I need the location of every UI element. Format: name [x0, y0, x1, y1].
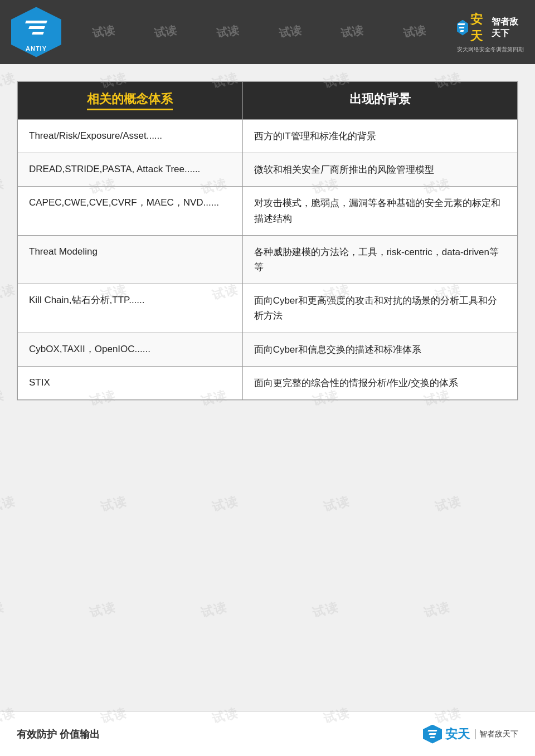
watermark: 试读 — [422, 598, 452, 621]
background-cell: 各种威胁建模的方法论，工具，risk-centric，data-driven等等 — [242, 235, 517, 284]
main-content: 相关的概念体系 出现的背景 Threat/Risk/Exposure/Asset… — [17, 81, 518, 401]
footer-line-3 — [430, 737, 435, 738]
background-cell: 西方的IT管理和标准化的背景 — [242, 120, 517, 153]
footer-slogan: 有效防护 价值输出 — [17, 728, 100, 741]
watermark: 试读 — [210, 492, 240, 515]
concept-cell: CAPEC,CWE,CVE,CVRF，MAEC，NVD...... — [18, 187, 243, 235]
content-table: 相关的概念体系 出现的背景 Threat/Risk/Exposure/Asset… — [17, 81, 518, 400]
watermark: 试读 — [199, 598, 229, 621]
background-cell: 面向更完整的综合性的情报分析/作业/交换的体系 — [242, 366, 517, 399]
watermark: 试读 — [322, 492, 352, 515]
mini-line-3 — [460, 30, 464, 32]
concept-cell: DREAD,STRIDE,PASTA, Attack Tree...... — [18, 153, 243, 187]
footer-line-2 — [429, 733, 436, 735]
watermark: 试读 — [0, 598, 6, 621]
col2-header-text: 出现的背景 — [349, 92, 411, 106]
logo-line-2 — [28, 26, 45, 29]
footer-line-1 — [427, 730, 437, 731]
watermark: 试读 — [0, 387, 6, 409]
header-watermarks: 试读 试读 试读 试读 试读 试读 — [61, 25, 457, 40]
col1-header: 相关的概念体系 — [18, 82, 243, 120]
table-row: Kill Chain,钻石分析,TTP......面向Cyber和更高强度的攻击… — [18, 284, 518, 333]
watermark: 试读 — [310, 598, 341, 621]
right-logo-container: 安天 智者敌天下 — [457, 11, 524, 45]
logo-line-3 — [32, 32, 44, 35]
mini-hex-logo — [457, 20, 468, 36]
watermark: 试读 — [87, 598, 118, 621]
antiy-label: ANTIY — [26, 45, 47, 52]
table-row: DREAD,STRIDE,PASTA, Attack Tree......微软和… — [18, 153, 518, 187]
logo-lines — [26, 21, 47, 35]
table-row: CAPEC,CWE,CVE,CVRF，MAEC，NVD......对攻击模式，脆… — [18, 187, 518, 235]
header-right-logo: 安天 智者敌天下 安天网络安全冬训营第四期 — [457, 10, 524, 55]
header-wm-6: 试读 — [402, 23, 427, 42]
col1-header-text: 相关的概念体系 — [87, 91, 173, 110]
concept-cell: Threat/Risk/Exposure/Asset...... — [18, 120, 243, 153]
right-logo-subtitle: 安天网络安全冬训营第四期 — [457, 46, 524, 53]
right-logo-slogan: 智者敌天下 — [492, 16, 524, 40]
antiy-logo: ANTIY — [11, 7, 61, 57]
background-cell: 对攻击模式，脆弱点，漏洞等各种基础的安全元素的标定和描述结构 — [242, 187, 517, 235]
concept-cell: CybOX,TAXII，OpenIOC...... — [18, 333, 243, 366]
table-row: STIX面向更完整的综合性的情报分析/作业/交换的体系 — [18, 366, 518, 399]
logo-line-1 — [25, 21, 47, 23]
header-wm-1: 试读 — [91, 23, 116, 42]
table-row: Threat/Risk/Exposure/Asset......西方的IT管理和… — [18, 120, 518, 153]
watermark: 试读 — [0, 492, 17, 515]
table-header-row: 相关的概念体系 出现的背景 — [18, 82, 518, 120]
header-wm-3: 试读 — [216, 23, 240, 42]
mini-lines — [458, 23, 467, 32]
mini-logo-icon — [458, 23, 467, 32]
watermark: 试读 — [99, 492, 129, 515]
logo-icon — [21, 12, 52, 43]
background-cell: 面向Cyber和更高强度的攻击和对抗的场景的分析工具和分析方法 — [242, 284, 517, 333]
page-header: ANTIY 试读 试读 试读 试读 试读 试读 安天 智者敌天下 安天网络安全冬… — [0, 0, 535, 64]
footer-logo: 安天 智者敌天下 — [423, 725, 518, 744]
table-row: Threat Modeling各种威胁建模的方法论，工具，risk-centri… — [18, 235, 518, 284]
watermark: 试读 — [0, 175, 6, 198]
concept-cell: STIX — [18, 366, 243, 399]
footer-logo-slogan: 智者敌天下 — [475, 729, 518, 739]
header-wm-2: 试读 — [153, 23, 178, 42]
background-cell: 微软和相关安全厂商所推出的风险管理模型 — [242, 153, 517, 187]
watermark: 试读 — [0, 281, 17, 304]
header-wm-5: 试读 — [340, 23, 364, 42]
right-logo-name: 安天 — [470, 11, 488, 45]
footer-logo-name: 安天 — [445, 726, 470, 743]
watermark: 试读 — [433, 492, 463, 515]
footer-hex-icon — [423, 725, 442, 744]
mini-line-2 — [459, 27, 465, 28]
background-cell: 面向Cyber和信息交换的描述和标准体系 — [242, 333, 517, 366]
concept-cell: Kill Chain,钻石分析,TTP...... — [18, 284, 243, 333]
concept-cell: Threat Modeling — [18, 235, 243, 284]
footer-logo-lines — [428, 730, 437, 738]
col2-header: 出现的背景 — [242, 82, 517, 120]
mini-line-1 — [458, 23, 465, 25]
table-row: CybOX,TAXII，OpenIOC......面向Cyber和信息交换的描述… — [18, 333, 518, 366]
page-footer: 有效防护 价值输出 安天 智者敌天下 — [0, 711, 535, 756]
watermark: 试读 — [0, 69, 17, 92]
header-wm-4: 试读 — [278, 23, 303, 42]
